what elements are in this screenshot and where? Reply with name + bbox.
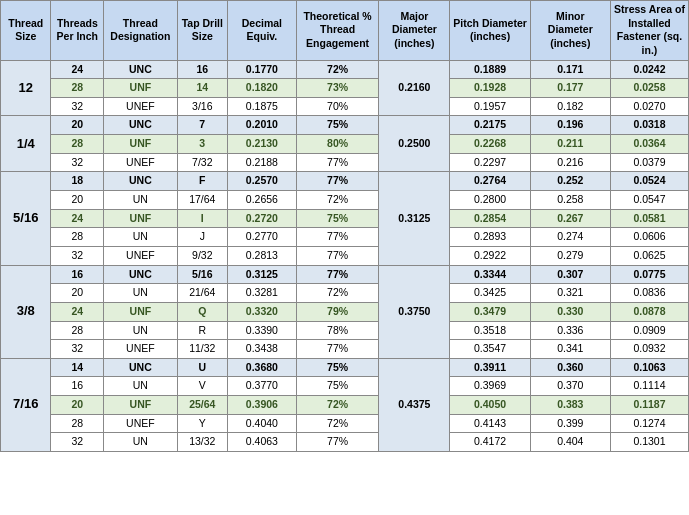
decimal-cell: 0.2188: [228, 153, 297, 172]
theo-cell: 78%: [296, 321, 379, 340]
table-row: 7/1614UNCU0.368075%0.43750.39110.3600.10…: [1, 358, 689, 377]
theo-cell: 77%: [296, 433, 379, 452]
stress-cell: 0.1274: [610, 414, 688, 433]
header-decimal: Decimal Equiv.: [228, 1, 297, 61]
stress-cell: 0.0242: [610, 60, 688, 79]
designation-cell: UNF: [104, 135, 177, 154]
decimal-cell: 0.2656: [228, 191, 297, 210]
designation-cell: UNEF: [104, 153, 177, 172]
theo-cell: 72%: [296, 191, 379, 210]
tap-cell: 7/32: [177, 153, 227, 172]
minor-cell: 0.274: [530, 228, 610, 247]
decimal-cell: 0.3906: [228, 396, 297, 415]
stress-cell: 0.0524: [610, 172, 688, 191]
header-theo: Theoretical % Thread Engagement: [296, 1, 379, 61]
tpi-cell: 28: [51, 321, 104, 340]
tpi-cell: 20: [51, 191, 104, 210]
theo-cell: 75%: [296, 377, 379, 396]
table-row: 5/1618UNCF0.257077%0.31250.27640.2520.05…: [1, 172, 689, 191]
thread-size-cell: 7/16: [1, 358, 51, 451]
pitch-cell: 0.3479: [450, 302, 530, 321]
designation-cell: UN: [104, 377, 177, 396]
minor-cell: 0.182: [530, 97, 610, 116]
designation-cell: UNF: [104, 209, 177, 228]
theo-cell: 72%: [296, 284, 379, 303]
tap-cell: 5/16: [177, 265, 227, 284]
tap-cell: 11/32: [177, 340, 227, 359]
pitch-cell: 0.1928: [450, 79, 530, 98]
stress-cell: 0.1187: [610, 396, 688, 415]
decimal-cell: 0.2570: [228, 172, 297, 191]
header-designation: Thread Designation: [104, 1, 177, 61]
designation-cell: UNC: [104, 358, 177, 377]
pitch-cell: 0.4050: [450, 396, 530, 415]
stress-cell: 0.0606: [610, 228, 688, 247]
table-row: 1224UNC160.177072%0.21600.18890.1710.024…: [1, 60, 689, 79]
tpi-cell: 14: [51, 358, 104, 377]
decimal-cell: 0.3390: [228, 321, 297, 340]
designation-cell: UN: [104, 321, 177, 340]
tpi-cell: 28: [51, 135, 104, 154]
tap-cell: 21/64: [177, 284, 227, 303]
decimal-cell: 0.2813: [228, 246, 297, 265]
decimal-cell: 0.3438: [228, 340, 297, 359]
minor-cell: 0.336: [530, 321, 610, 340]
decimal-cell: 0.2720: [228, 209, 297, 228]
header-pitch: Pitch Diameter (inches): [450, 1, 530, 61]
theo-cell: 77%: [296, 340, 379, 359]
decimal-cell: 0.3125: [228, 265, 297, 284]
tpi-cell: 24: [51, 60, 104, 79]
decimal-cell: 0.3770: [228, 377, 297, 396]
theo-cell: 79%: [296, 302, 379, 321]
tpi-cell: 20: [51, 116, 104, 135]
theo-cell: 75%: [296, 358, 379, 377]
table-row: 28UNEFY0.404072%0.41430.3990.1274: [1, 414, 689, 433]
tpi-cell: 32: [51, 340, 104, 359]
table-row: 32UNEF3/160.187570%0.19570.1820.0270: [1, 97, 689, 116]
table-row: 32UNEF7/320.218877%0.22970.2160.0379: [1, 153, 689, 172]
theo-cell: 72%: [296, 396, 379, 415]
table-row: 24UNFQ0.332079%0.34790.3300.0878: [1, 302, 689, 321]
tpi-cell: 28: [51, 228, 104, 247]
table-row: 24UNFI0.272075%0.28540.2670.0581: [1, 209, 689, 228]
major-diameter-cell: 0.2500: [379, 116, 450, 172]
stress-cell: 0.0318: [610, 116, 688, 135]
minor-cell: 0.321: [530, 284, 610, 303]
table-row: 28UNF140.182073%0.19280.1770.0258: [1, 79, 689, 98]
stress-cell: 0.0878: [610, 302, 688, 321]
pitch-cell: 0.2800: [450, 191, 530, 210]
minor-cell: 0.360: [530, 358, 610, 377]
decimal-cell: 0.2770: [228, 228, 297, 247]
minor-cell: 0.252: [530, 172, 610, 191]
decimal-cell: 0.1770: [228, 60, 297, 79]
major-diameter-cell: 0.3125: [379, 172, 450, 265]
stress-cell: 0.0547: [610, 191, 688, 210]
thread-size-cell: 5/16: [1, 172, 51, 265]
tap-cell: 17/64: [177, 191, 227, 210]
tpi-cell: 16: [51, 265, 104, 284]
theo-cell: 77%: [296, 228, 379, 247]
minor-cell: 0.370: [530, 377, 610, 396]
minor-cell: 0.216: [530, 153, 610, 172]
stress-cell: 0.0364: [610, 135, 688, 154]
minor-cell: 0.330: [530, 302, 610, 321]
pitch-cell: 0.2922: [450, 246, 530, 265]
minor-cell: 0.404: [530, 433, 610, 452]
decimal-cell: 0.2010: [228, 116, 297, 135]
pitch-cell: 0.1957: [450, 97, 530, 116]
decimal-cell: 0.3680: [228, 358, 297, 377]
tap-cell: R: [177, 321, 227, 340]
designation-cell: UNC: [104, 116, 177, 135]
minor-cell: 0.341: [530, 340, 610, 359]
designation-cell: UNC: [104, 172, 177, 191]
pitch-cell: 0.2297: [450, 153, 530, 172]
decimal-cell: 0.4063: [228, 433, 297, 452]
theo-cell: 80%: [296, 135, 379, 154]
tpi-cell: 32: [51, 246, 104, 265]
tpi-cell: 32: [51, 97, 104, 116]
designation-cell: UNF: [104, 302, 177, 321]
header-stress: Stress Area of Installed Fastener (sq. i…: [610, 1, 688, 61]
decimal-cell: 0.3320: [228, 302, 297, 321]
minor-cell: 0.279: [530, 246, 610, 265]
designation-cell: UN: [104, 228, 177, 247]
